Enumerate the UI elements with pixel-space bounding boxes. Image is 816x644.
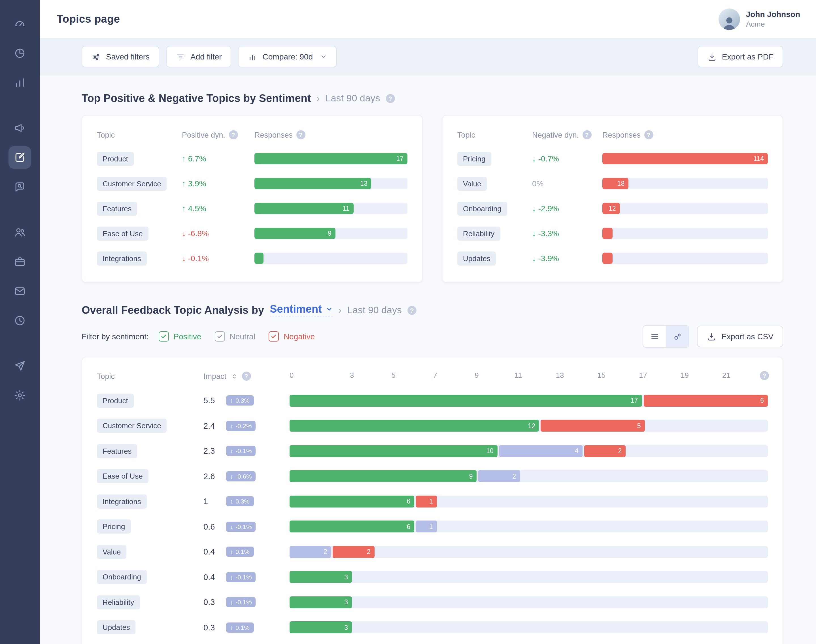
filter-by-sentiment-label: Filter by sentiment: [81,332,149,341]
help-icon[interactable] [644,130,653,140]
topic-chip: Product [97,394,134,408]
impact-value: 0.4 [203,547,219,557]
trend-down-icon [230,423,233,429]
column-header-label: Responses [254,130,293,139]
axis-tick: 3 [350,371,354,379]
section1-header: Top Positive & Negative Topics by Sentim… [81,92,783,105]
impact-change-badge: 0.3% [226,396,254,406]
column-chart-icon [248,52,258,61]
table-row: Value 0% 18 [457,171,768,196]
axis-tick: 21 [722,371,730,379]
sidebar-item-feedback[interactable] [9,176,31,198]
impact-cell: 2.4 -0.2% [203,421,290,431]
negative-segment: 2 [333,546,375,558]
app-root: Topics page John Johnson Acme Saved filt… [0,0,816,644]
topic-chip: Features [97,201,137,216]
impact-cell: 0.4 0.1% [203,547,290,557]
sentiment-bar-track: 3 [290,596,768,608]
export-pdf-button[interactable]: Export as PDF [698,46,783,67]
responses-bar-track: 12 [602,203,768,214]
user-name: John Johnson [746,10,800,19]
sidebar-item-surveys[interactable] [9,146,31,169]
sidebar-item-reports[interactable] [9,42,31,64]
impact-cell: 0.3 -0.1% [203,597,290,607]
help-icon[interactable] [242,371,251,380]
export-csv-button[interactable]: Export as CSV [697,326,783,347]
impact-change-value: -0.1% [235,574,252,581]
impact-cell: 1 0.3% [203,497,290,507]
page-title: Topics page [57,13,120,25]
column-header-responses: Responses [602,130,768,140]
bar-value-label: 1 [429,498,437,505]
section1-period: Last 90 days [326,93,380,104]
chart-view-button[interactable] [666,326,688,347]
table-row: Product 5.5 0.3% 17 6 [97,388,768,413]
impact-cell: 0.6 -0.1% [203,522,290,532]
impact-change-badge: 0.1% [226,623,254,633]
sidebar-item-inbox[interactable] [9,280,31,302]
topic-chip: Value [457,176,487,190]
table-header: Topic Negative dyn. Responses [457,128,768,142]
positive-segment: 17 [290,395,642,407]
impact-value: 5.5 [203,396,219,405]
help-icon[interactable] [229,130,238,140]
column-header-responses: Responses [254,130,407,140]
sentiment-bar-track: 2 2 [290,546,768,558]
responses-bar-track: 11 [254,203,407,214]
sort-icon[interactable] [231,373,238,380]
help-icon[interactable] [296,130,305,140]
compare-dropdown[interactable]: Compare: 90d [238,46,337,67]
saved-filters-button[interactable]: Saved filters [81,46,159,67]
bar-value-label: 4 [575,448,582,455]
filter-checkbox-neutral[interactable]: Neutral [215,331,255,342]
table-row: Onboarding -2.9% 12 [457,196,768,221]
axis-tick: 7 [433,371,437,379]
sidebar-item-campaigns[interactable] [9,117,31,140]
bar-value-label: 1 [429,523,437,530]
sidebar-item-history[interactable] [9,309,31,332]
table-row: Reliability -3.3% [457,221,768,246]
main-area: Topics page John Johnson Acme Saved filt… [40,0,816,644]
filter-checkbox-positive[interactable]: Positive [159,331,201,342]
sidebar-item-settings[interactable] [9,384,31,407]
help-icon[interactable] [582,130,591,140]
dynamics-value: 4.5% [182,204,254,213]
user-menu[interactable]: John Johnson Acme [719,8,800,30]
help-icon[interactable] [760,371,769,380]
sidebar-item-distribution[interactable] [9,354,31,377]
filter-checkbox-negative[interactable]: Negative [269,331,315,342]
bar-value-label: 9 [469,473,477,480]
page-content: Top Positive & Negative Topics by Sentim… [40,75,816,644]
chevron-down-icon [320,53,327,60]
chart-axis: 0 3 5 7 9 11 13 15 17 19 21 [290,371,768,381]
bar-value-label: 18 [618,180,629,187]
impact-cell: 2.3 -0.1% [203,446,290,456]
sidebar-item-companies[interactable] [9,250,31,273]
table-row: Updates -3.9% [457,246,768,271]
axis-tick: 0 [290,371,294,379]
help-icon[interactable] [386,94,395,103]
add-filter-button[interactable]: Add filter [166,46,232,67]
bar-chart-icon [14,77,26,89]
dimension-dropdown[interactable]: Sentiment [270,303,333,317]
bar-value-label: 2 [367,549,375,555]
section2-title: Overall Feedback Topic Analysis by [81,304,264,316]
impact-value: 2.3 [203,446,219,456]
topic-chip: Updates [97,621,136,635]
topic-chip: Pricing [97,520,131,534]
positive-segment: 6 [290,495,414,508]
positive-segment: 10 [290,445,498,457]
sidebar-item-analytics[interactable] [9,71,31,94]
sidebar-item-customers[interactable] [9,221,31,244]
user-avatar[interactable] [719,8,740,30]
axis-tick: 11 [515,371,522,379]
column-header-label: Responses [602,130,641,139]
topic-chip: Customer Service [97,419,167,433]
responses-bar-track [602,228,768,239]
list-view-button[interactable] [643,326,666,347]
impact-change-badge: -0.6% [226,471,256,481]
column-header-label: Impact [203,372,226,380]
sidebar-item-dashboard[interactable] [9,12,31,35]
bubble-chart-view-icon [673,332,682,341]
help-icon[interactable] [407,305,416,314]
